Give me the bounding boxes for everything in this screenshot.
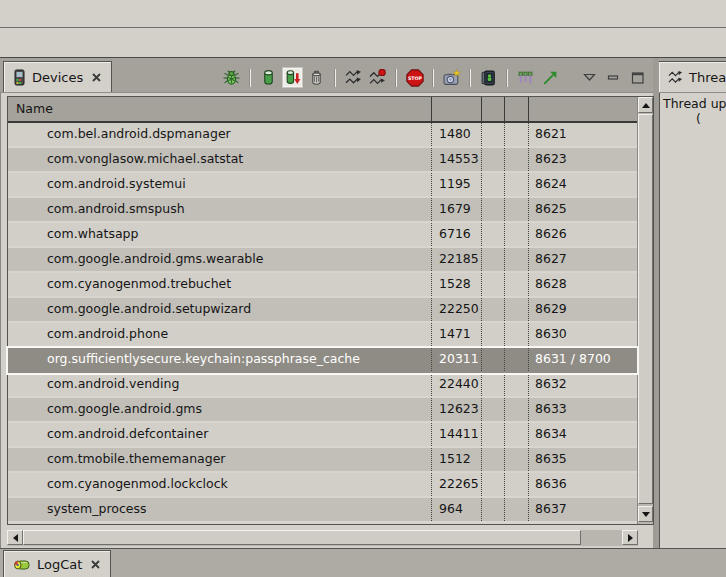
tab-logcat[interactable]: LogCat: [3, 550, 111, 577]
horizontal-scroll-thumb[interactable]: [23, 530, 581, 545]
column-header-3[interactable]: [482, 97, 505, 121]
scroll-left-button[interactable]: [7, 530, 23, 545]
process-pid: 6716: [432, 223, 482, 246]
table-row[interactable]: com.vonglasow.michael.satstat 14553 8623: [8, 148, 637, 173]
scroll-right-button[interactable]: [622, 530, 638, 545]
screen-capture-icon[interactable]: [442, 68, 461, 87]
table-row[interactable]: system_process 964 8637: [8, 498, 637, 523]
table-row[interactable]: com.tmobile.thememanager 1512 8635: [8, 448, 637, 473]
process-pid: 1679: [432, 198, 482, 221]
tab-devices[interactable]: Devices: [3, 61, 112, 92]
close-icon[interactable]: [91, 72, 102, 83]
process-name: system_process: [8, 498, 432, 521]
debug-icon[interactable]: [222, 68, 241, 87]
update-heap-icon[interactable]: [259, 68, 278, 87]
menu-item[interactable]: [68, 10, 90, 18]
allocation-bars-icon[interactable]: [516, 68, 535, 87]
process-pid: 12623: [432, 398, 482, 421]
table-row[interactable]: com.whatsapp 6716 8626: [8, 223, 637, 248]
scroll-up-button[interactable]: [638, 97, 653, 113]
threads-panel: Threads Thread up (: [659, 58, 726, 548]
device-stack-icon[interactable]: [479, 68, 498, 87]
column-header-pid[interactable]: [432, 97, 482, 121]
process-table: Name com.bel.android.dspmanager 1480: [7, 96, 654, 525]
column-header-name[interactable]: Name: [8, 97, 432, 121]
process-port: 8626: [529, 223, 637, 246]
table-row[interactable]: com.android.smspush 1679 8625: [8, 198, 637, 223]
menubar: [0, 0, 726, 28]
toolbar-separator: [469, 69, 471, 87]
device-phone-icon: [13, 69, 26, 86]
process-port: 8621: [529, 123, 637, 146]
table-row[interactable]: com.android.vending 22440 8632: [8, 373, 637, 398]
menu-item[interactable]: [2, 10, 24, 18]
threads-content: Thread up (: [659, 93, 726, 548]
process-name: com.android.smspush: [8, 198, 432, 221]
menu-item[interactable]: [46, 10, 68, 18]
process-pid: 22185: [432, 248, 482, 271]
devices-panel: Devices: [0, 58, 653, 548]
process-port: 8632: [529, 373, 637, 396]
stop-process-icon[interactable]: STOP: [405, 68, 424, 87]
devices-toolbar: STOP: [222, 68, 653, 92]
process-pid: 14411: [432, 423, 482, 446]
process-name: com.android.defcontainer: [8, 423, 432, 446]
dump-hprof-icon[interactable]: [283, 68, 302, 87]
toolbar-separator: [395, 69, 397, 87]
close-icon[interactable]: [90, 559, 101, 570]
tab-logcat-label: LogCat: [37, 557, 82, 572]
vertical-scrollbar[interactable]: [637, 97, 653, 524]
table-row[interactable]: com.android.defcontainer 14411 8634: [8, 423, 637, 448]
process-port: 8630: [529, 323, 637, 346]
table-row[interactable]: com.android.systemui 1195 8624: [8, 173, 637, 198]
table-row[interactable]: com.cyanogenmod.trebuchet 1528 8628: [8, 273, 637, 298]
stop-label: STOP: [407, 75, 422, 80]
column-header-4[interactable]: [505, 97, 529, 121]
horizontal-scrollbar[interactable]: [7, 530, 638, 546]
table-row[interactable]: org.sufficientlysecure.keychain:passphra…: [8, 348, 637, 373]
process-pid: 1195: [432, 173, 482, 196]
process-name: com.bel.android.dspmanager: [8, 123, 432, 146]
menu-item[interactable]: [24, 10, 46, 18]
process-pid: 14553: [432, 148, 482, 171]
process-port: 8623: [529, 148, 637, 171]
process-name: com.google.android.setupwizard: [8, 298, 432, 321]
scroll-down-button[interactable]: [638, 506, 653, 522]
bottom-tabstrip: LogCat: [0, 548, 726, 577]
vertical-scroll-thumb[interactable]: [638, 114, 653, 504]
down-arrow-icon: [642, 512, 650, 517]
main-toolbar: [0, 29, 726, 57]
table-row[interactable]: com.google.android.gms.wearable 22185 86…: [8, 248, 637, 273]
table-row[interactable]: com.bel.android.dspmanager 1480 8621: [8, 123, 637, 148]
menu-item[interactable]: [90, 10, 112, 18]
logcat-icon: [13, 558, 31, 572]
green-arrow-icon[interactable]: [540, 68, 559, 87]
process-name: com.vonglasow.michael.satstat: [8, 148, 432, 171]
process-name: org.sufficientlysecure.keychain:passphra…: [8, 348, 432, 371]
table-row[interactable]: com.cyanogenmod.lockclock 22265 8636: [8, 473, 637, 498]
table-row[interactable]: com.google.android.gms 12623 8633: [8, 398, 637, 423]
method-profiling-icon[interactable]: [368, 68, 387, 87]
table-row[interactable]: com.google.android.setupwizard 22250 862…: [8, 298, 637, 323]
process-name: com.tmobile.thememanager: [8, 448, 432, 471]
process-pid: 22265: [432, 473, 482, 496]
threads-message-line1: Thread up: [660, 96, 726, 111]
device-table-body: com.bel.android.dspmanager 1480 8621 com…: [8, 123, 637, 523]
process-pid: 1512: [432, 448, 482, 471]
tab-threads[interactable]: Threads: [659, 61, 726, 92]
process-pid: 20311: [432, 348, 482, 371]
cause-gc-icon[interactable]: [307, 68, 326, 87]
process-port: 8633: [529, 398, 637, 421]
table-row[interactable]: com.android.phone 1471 8630: [8, 323, 637, 348]
tab-devices-label: Devices: [32, 70, 83, 85]
tab-threads-label: Threads: [689, 70, 726, 85]
update-threads-icon[interactable]: [344, 68, 363, 87]
process-name: com.cyanogenmod.lockclock: [8, 473, 432, 496]
column-header-port[interactable]: [529, 97, 653, 121]
toolbar-separator: [249, 69, 251, 87]
minimize-icon[interactable]: [604, 68, 623, 87]
maximize-icon[interactable]: [628, 68, 647, 87]
view-menu-icon[interactable]: [580, 68, 599, 87]
workspace: Devices: [0, 57, 726, 577]
process-pid: 1471: [432, 323, 482, 346]
